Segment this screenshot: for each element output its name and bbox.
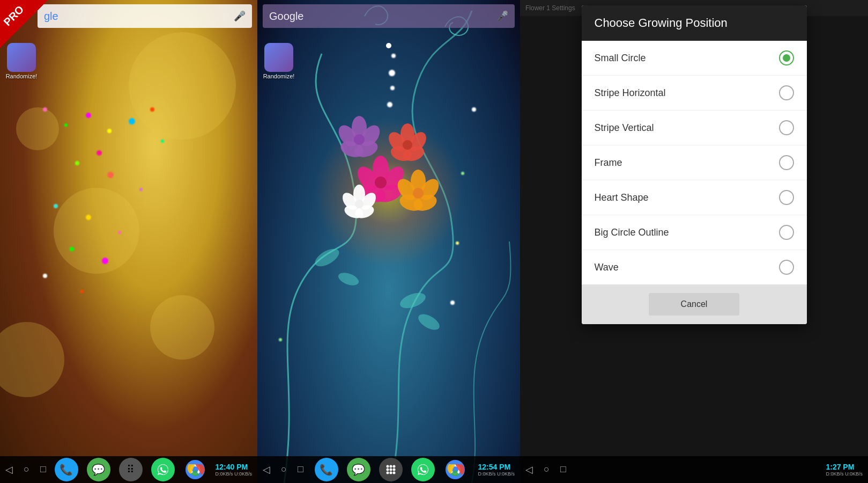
app-icon-label-middle: Randomize!	[263, 73, 295, 79]
white-dot	[386, 43, 391, 48]
google-search-bar-left[interactable]: gle 🎤	[38, 4, 252, 28]
option-heart-shape[interactable]: Heart Shape	[582, 180, 807, 215]
svg-point-36	[413, 188, 424, 199]
option-label-stripe-horizontal: Stripe Horizontal	[595, 87, 666, 99]
dialog-header: Choose Growing Position	[582, 5, 807, 41]
scatter-dot	[456, 241, 459, 245]
glow-dot	[161, 140, 164, 143]
glow-dot	[150, 107, 154, 112]
white-dot	[391, 54, 396, 58]
radio-heart-shape[interactable]	[779, 190, 794, 205]
dock-sms-left[interactable]: 💬	[87, 458, 110, 481]
home-icon-middle[interactable]: ○	[281, 464, 287, 475]
svg-point-30	[355, 200, 363, 208]
dock-left: 📞 💬 ⠿	[46, 458, 216, 481]
option-label-heart-shape: Heart Shape	[595, 192, 649, 203]
home-icon-right[interactable]: ○	[544, 464, 550, 475]
glow-dot	[43, 107, 47, 112]
radio-frame[interactable]	[779, 155, 794, 170]
status-right-middle: 12:54 PM D:0KB/s U:0KB/s	[478, 463, 515, 477]
svg-point-37	[386, 465, 389, 468]
back-icon-middle[interactable]: ◁	[263, 464, 270, 475]
glow-dot	[80, 290, 84, 293]
dialog-box: Choose Growing Position Small Circle Str…	[582, 5, 807, 324]
option-stripe-horizontal[interactable]: Stripe Horizontal	[582, 76, 807, 111]
pro-text: PRO	[1, 3, 26, 28]
mic-icon-left[interactable]: 🎤	[234, 10, 246, 22]
dock-whatsapp-left[interactable]	[151, 458, 175, 481]
back-icon-left[interactable]: ◁	[5, 464, 13, 475]
dialog-options: Small Circle Stripe Horizontal Stripe Ve…	[582, 41, 807, 284]
nav-icons-middle: ◁ ○ □	[263, 464, 303, 475]
option-label-wave: Wave	[595, 262, 619, 273]
home-icon-left[interactable]: ○	[24, 464, 29, 475]
google-search-bar-middle[interactable]: Google 🎤	[263, 4, 515, 28]
glow-dot	[97, 150, 102, 156]
flower-cluster	[327, 107, 461, 258]
mic-icon-middle[interactable]: 🎤	[496, 10, 508, 22]
dock-chrome-middle[interactable]	[443, 458, 467, 481]
radio-stripe-vertical[interactable]	[779, 120, 794, 135]
svg-point-43	[386, 472, 389, 474]
back-icon-right[interactable]: ◁	[525, 464, 533, 475]
radio-stripe-horizontal[interactable]	[779, 85, 794, 100]
radio-wave[interactable]	[779, 260, 794, 275]
status-bar-middle: ◁ ○ □ 📞 💬	[257, 456, 520, 483]
white-dot	[389, 70, 395, 76]
google-logo-left: gle	[44, 10, 234, 23]
svg-point-24	[375, 177, 387, 188]
glow-dot	[118, 231, 121, 234]
dock-apps-middle[interactable]	[379, 458, 403, 481]
glow-dot	[43, 274, 47, 278]
recent-icon-middle[interactable]: □	[298, 464, 303, 475]
dock-middle: 📞 💬	[303, 458, 478, 481]
svg-point-45	[392, 472, 395, 474]
glow-dot	[70, 247, 74, 251]
dock-phone-middle[interactable]: 📞	[315, 458, 338, 481]
left-phone: PRO gle 🎤 Randomize! ◁ ○ □ 📞 💬 ⠿	[0, 0, 257, 483]
svg-point-18	[403, 140, 412, 150]
time-middle: 12:54 PM	[478, 463, 515, 471]
status-bar-left: ◁ ○ □ 📞 💬 ⠿ 12:40 PM D:0KB/s U:0KB/s	[0, 456, 257, 483]
speed-middle: D:0KB/s U:0KB/s	[478, 471, 515, 477]
glow-dot	[107, 172, 114, 178]
speed-left: D:0KB/s U:0KB/s	[215, 471, 252, 477]
middle-phone: Google 🎤 Randomize! ◁ ○ □ 📞 💬	[257, 0, 520, 483]
option-label-stripe-vertical: Stripe Vertical	[595, 122, 654, 134]
option-label-big-circle-outline: Big Circle Outline	[595, 227, 669, 238]
svg-point-44	[389, 472, 392, 474]
option-frame[interactable]: Frame	[582, 145, 807, 180]
glow-dot	[86, 215, 91, 220]
dock-chrome-left[interactable]	[183, 458, 207, 481]
dock-phone-left[interactable]: 📞	[55, 458, 78, 481]
scatter-dot	[472, 107, 476, 112]
option-big-circle-outline[interactable]: Big Circle Outline	[582, 215, 807, 250]
glow-dot	[107, 129, 112, 133]
svg-point-38	[389, 465, 392, 468]
radio-small-circle[interactable]	[779, 50, 794, 65]
recent-icon-left[interactable]: □	[40, 464, 46, 475]
status-right-right: 1:27 PM D:0KB/s U:0KB/s	[826, 463, 863, 477]
option-label-frame: Frame	[595, 157, 622, 169]
app-icon-middle[interactable]: Randomize!	[263, 43, 295, 80]
white-dot	[387, 102, 392, 107]
option-label-small-circle: Small Circle	[595, 53, 646, 64]
dialog-overlay: Choose Growing Position Small Circle Str…	[520, 0, 868, 483]
option-wave[interactable]: Wave	[582, 250, 807, 284]
scatter-dot	[461, 172, 464, 175]
option-small-circle[interactable]: Small Circle	[582, 41, 807, 76]
dock-apps-left[interactable]: ⠿	[119, 458, 143, 481]
radio-big-circle-outline[interactable]	[779, 225, 794, 240]
recent-icon-right[interactable]: □	[560, 464, 566, 475]
option-stripe-vertical[interactable]: Stripe Vertical	[582, 111, 807, 145]
dock-sms-middle[interactable]: 💬	[347, 458, 370, 481]
app-icon-left[interactable]: Randomize!	[5, 43, 38, 80]
scatter-dot	[450, 301, 455, 305]
svg-point-12	[354, 134, 365, 145]
dock-whatsapp-middle[interactable]	[411, 458, 435, 481]
time-left: 12:40 PM	[215, 463, 252, 471]
pro-badge: PRO	[0, 0, 48, 48]
app-icon-img-middle	[264, 43, 293, 72]
svg-point-42	[392, 469, 395, 471]
cancel-button[interactable]: Cancel	[649, 293, 740, 316]
